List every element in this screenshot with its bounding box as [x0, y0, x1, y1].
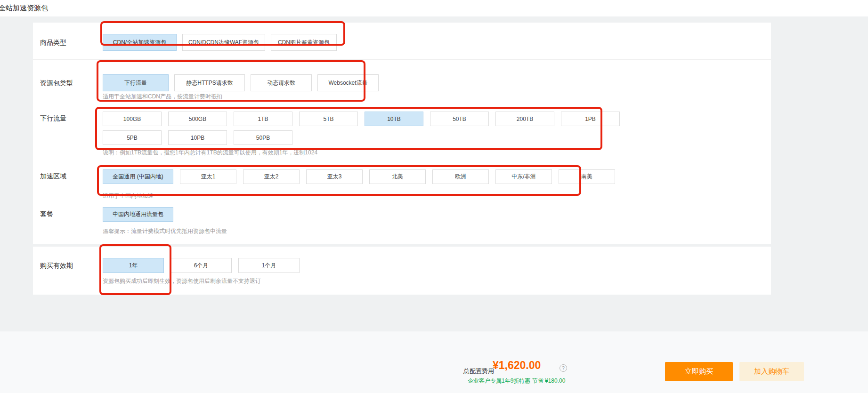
- purchase-page: 全站加速资源包 商品类型 CDN/全站加速资源包 CDN/DCDN边缘WAF资源…: [0, 0, 868, 393]
- product-type-option[interactable]: CDN/DCDN边缘WAF资源包: [182, 34, 265, 51]
- traffic-option[interactable]: 50PB: [234, 130, 292, 145]
- region-option[interactable]: 南美: [559, 169, 615, 184]
- region-option[interactable]: 亚太3: [306, 169, 363, 184]
- buy-now-button[interactable]: 立即购买: [665, 362, 733, 381]
- traffic-option[interactable]: 200TB: [495, 112, 554, 126]
- validity-option-selected[interactable]: 1年: [103, 258, 164, 273]
- validity-note: 资源包购买成功后即刻生效，资源包使用后剩余流量不支持退订: [103, 277, 261, 285]
- help-icon[interactable]: ?: [560, 364, 567, 372]
- total-price: ¥1,620.00: [493, 359, 541, 372]
- traffic-option[interactable]: 1PB: [561, 112, 620, 126]
- traffic-option[interactable]: 5PB: [103, 130, 162, 145]
- traffic-option-selected[interactable]: 10TB: [365, 112, 423, 126]
- package-type-option[interactable]: 动态请求数: [251, 74, 312, 91]
- validity-option[interactable]: 6个月: [170, 258, 232, 273]
- plan-option-selected[interactable]: 中国内地通用流量包: [103, 207, 173, 222]
- region-option[interactable]: 中东/非洲: [495, 169, 552, 184]
- traffic-option[interactable]: 10PB: [168, 130, 227, 145]
- footer-background: [0, 331, 868, 393]
- region-option-selected[interactable]: 全国通用 (中国内地): [103, 169, 173, 184]
- traffic-option[interactable]: 5TB: [299, 112, 358, 126]
- package-type-label: 资源包类型: [40, 79, 73, 88]
- traffic-option[interactable]: 1TB: [234, 112, 292, 126]
- product-type-option-selected[interactable]: CDN/全站加速资源包: [103, 34, 177, 51]
- region-option[interactable]: 欧洲: [432, 169, 489, 184]
- region-note: 适用于中国内地加速: [103, 192, 154, 200]
- product-type-label: 商品类型: [40, 39, 66, 47]
- row-divider: [33, 59, 771, 60]
- traffic-label: 下行流量: [40, 114, 66, 123]
- package-type-note: 适用于全站加速和CDN产品，按流量计费时抵扣: [103, 93, 222, 101]
- traffic-option[interactable]: 100GB: [103, 112, 162, 126]
- add-to-cart-button[interactable]: 加入购物车: [739, 362, 804, 381]
- promo-text: 企业客户专属1年9折特惠 节省 ¥180.00: [468, 377, 565, 385]
- package-type-option[interactable]: 静态HTTPS请求数: [174, 74, 245, 91]
- package-type-option-selected[interactable]: 下行流量: [103, 74, 169, 91]
- region-option[interactable]: 亚太1: [180, 169, 236, 184]
- traffic-option[interactable]: 50TB: [430, 112, 489, 126]
- product-type-option[interactable]: CDN图片鉴黄资源包: [271, 34, 337, 51]
- page-title: 全站加速资源包: [0, 4, 48, 13]
- total-cost-label: 总配置费用: [463, 367, 494, 376]
- traffic-option[interactable]: 500GB: [168, 112, 227, 126]
- region-option[interactable]: 北美: [369, 169, 426, 184]
- plan-label: 套餐: [40, 210, 53, 218]
- region-option[interactable]: 亚太2: [243, 169, 300, 184]
- package-type-option[interactable]: Websocket流量: [317, 74, 379, 91]
- validity-option[interactable]: 1个月: [238, 258, 300, 273]
- plan-note: 温馨提示：流量计费模式时优先抵用资源包中流量: [103, 227, 227, 235]
- region-label: 加速区域: [40, 172, 66, 181]
- traffic-note: 说明：例如1TB流量包，指您1年内总计有1TB的流量可以使用，有效期1年，进制1…: [103, 149, 317, 157]
- validity-label: 购买有效期: [40, 262, 73, 270]
